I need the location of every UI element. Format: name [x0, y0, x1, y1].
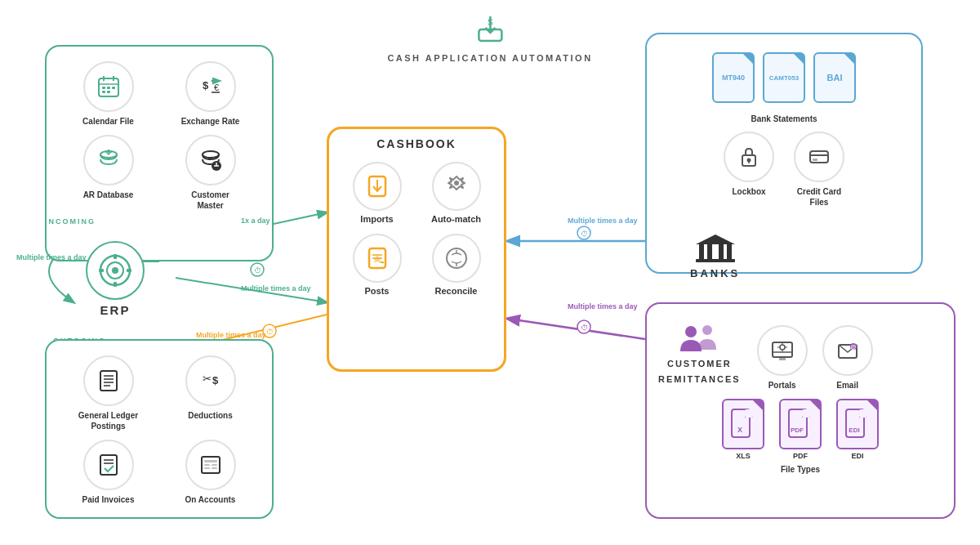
svg-point-41	[112, 267, 118, 274]
banks-box: MT940 CAMT053 BAI Bank Statements	[645, 33, 923, 274]
annotation-green-multiple: Multiple times a day	[241, 284, 311, 294]
email-item: @ Email	[822, 325, 873, 391]
icon-item-ledger: General LedgerPostings	[61, 355, 155, 431]
svg-text:EDI: EDI	[849, 427, 859, 434]
on-accounts-label: On Accounts	[185, 494, 236, 505]
xls-icon: X	[722, 399, 764, 449]
icon-item-on-accounts: On Accounts	[163, 440, 257, 505]
cashbook-posts: Posts	[342, 234, 412, 296]
icon-item-customer: CustomerMaster	[163, 135, 257, 211]
email-icon: @	[822, 325, 873, 376]
xls-card: X XLS	[722, 399, 764, 460]
imports-label: Imports	[360, 214, 393, 224]
outgoing-box: General LedgerPostings ✂ $ Deductions	[45, 339, 274, 519]
svg-marker-77	[696, 235, 735, 244]
svg-rect-76	[813, 159, 817, 161]
svg-rect-44	[99, 269, 104, 272]
mt940-card: MT940	[712, 52, 755, 103]
svg-point-2	[251, 263, 264, 276]
deductions-icon: ✂ $	[185, 355, 236, 406]
svg-text:⏱: ⏱	[266, 328, 274, 336]
ar-database-icon	[83, 135, 134, 185]
svg-rect-58	[204, 464, 210, 466]
svg-rect-103	[859, 409, 867, 418]
svg-text:X: X	[737, 426, 742, 434]
title-icon: $	[387, 15, 592, 50]
annotation-blue-multiple: Multiple times a day	[568, 217, 638, 226]
remittances-title-2: REMITTANCES	[658, 373, 741, 386]
bai-card: BAI	[813, 52, 856, 103]
svg-point-88	[780, 345, 785, 350]
portals-label: Portals	[768, 380, 796, 391]
lockbox-label: Lockbox	[732, 186, 765, 197]
svg-point-72	[747, 159, 751, 163]
camt053-icon: CAMT053	[763, 52, 805, 103]
page-title: CASH APPLICATION AUTOMATION	[387, 53, 592, 63]
bank-building-icon	[694, 233, 737, 264]
remittances-people-icon	[679, 322, 719, 355]
exchange-label: Exchange Rate	[181, 116, 240, 127]
erp-circle	[86, 241, 145, 300]
svg-text:✂: ✂	[203, 373, 212, 385]
svg-rect-81	[727, 244, 732, 259]
on-accounts-icon	[185, 440, 236, 490]
svg-line-11	[508, 319, 645, 339]
cashbook-title: CASHBOOK	[376, 137, 457, 150]
svg-point-9	[577, 226, 590, 239]
svg-rect-46	[100, 371, 117, 391]
automatch-icon	[432, 162, 481, 211]
camt053-card: CAMT053	[763, 52, 805, 103]
incoming-label: INCOMING	[45, 217, 96, 226]
automatch-label: Auto-match	[431, 214, 481, 224]
svg-point-12	[577, 320, 590, 333]
exchange-icon: $ €	[185, 61, 236, 112]
banks-text-label: BANKS	[690, 267, 740, 279]
annotation-1x: 1x a day	[241, 217, 270, 226]
svg-text:@: @	[850, 344, 856, 350]
svg-point-35	[203, 151, 219, 158]
icon-item-lockbox: Lockbox	[724, 132, 774, 208]
cashbook-imports: Imports	[342, 162, 412, 224]
calendar-label: Calendar File	[82, 116, 134, 127]
icon-item-calendar: Calendar File	[61, 61, 155, 127]
pdf-card: PDF PDF	[779, 399, 822, 460]
svg-rect-43	[114, 282, 117, 287]
cashbook-automatch: Auto-match	[421, 162, 491, 224]
mt940-icon: MT940	[712, 52, 755, 103]
email-label: Email	[836, 380, 858, 391]
cashbook-box: CASHBOOK Imports	[327, 127, 506, 372]
icon-item-credit-card: Credit CardFiles	[794, 132, 844, 208]
ar-label: AR Database	[83, 190, 134, 200]
annotation-erp-loop: Multiple times a day	[16, 253, 87, 263]
erp-label: ERP	[100, 303, 131, 317]
incoming-box: Calendar File $ € Exchange Rate	[45, 45, 274, 261]
icon-item-deductions: ✂ $ Deductions	[163, 355, 257, 431]
portals-icon	[757, 325, 808, 376]
diagram: ⏱ ⏱ ⏱ ⏱ $	[0, 0, 980, 545]
bai-icon: BAI	[813, 52, 856, 103]
svg-point-64	[454, 181, 459, 185]
remittances-box: CUSTOMER REMITTANCES	[645, 302, 956, 519]
svg-rect-25	[107, 87, 110, 89]
icon-item-ar: AR Database	[61, 135, 155, 211]
title-area: $ CASH APPLICATION AUTOMATION	[387, 15, 592, 63]
svg-rect-45	[127, 269, 131, 272]
annotation-purple-multiple: Multiple times a day	[568, 302, 638, 312]
svg-point-83	[685, 326, 697, 337]
banks-label-area: BANKS	[690, 233, 740, 279]
svg-rect-61	[212, 467, 217, 469]
edi-icon: EDI	[836, 399, 879, 449]
bank-statements-label: Bank Statements	[647, 114, 921, 123]
svg-rect-80	[719, 244, 724, 259]
svg-rect-60	[212, 464, 217, 466]
customer-master-icon	[185, 135, 236, 185]
portals-item: Portals	[757, 325, 808, 391]
remittances-title-1: CUSTOMER	[667, 358, 732, 370]
ledger-label: General LedgerPostings	[78, 410, 138, 431]
lockbox-icon	[724, 132, 774, 182]
posts-icon	[353, 234, 402, 283]
svg-rect-100	[802, 409, 810, 418]
svg-text:€: €	[214, 83, 219, 92]
svg-rect-74	[810, 151, 828, 163]
ledger-icon	[83, 355, 134, 406]
